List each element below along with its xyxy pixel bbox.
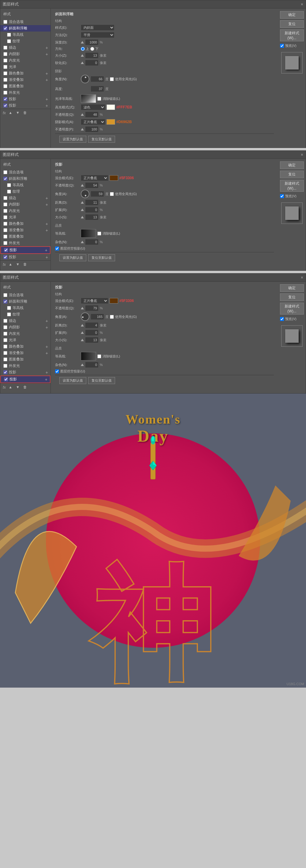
style-item-stroke-3[interactable]: 描边 + <box>0 318 50 324</box>
plus-icon-color-overlay-2[interactable]: + <box>45 221 48 226</box>
plus-icon-inner-shadow[interactable]: + <box>45 52 48 57</box>
plus-icon-color-overlay-3[interactable]: + <box>45 344 48 349</box>
angle-input-1[interactable] <box>91 76 104 82</box>
set-default-btn-1[interactable]: 设置为默认值 <box>59 136 86 143</box>
noise-increase-2[interactable] <box>81 241 84 243</box>
plus-icon-drop-shadow-2-3[interactable]: + <box>45 377 47 382</box>
style-checkbox-inner-glow-3[interactable] <box>3 332 7 336</box>
style-item-outer-glow-2[interactable]: 外发光 <box>0 240 50 246</box>
reset-btn-3[interactable]: 复位 <box>280 293 304 301</box>
plus-icon-drop-shadow-2-2[interactable]: + <box>45 255 48 260</box>
style-item-pattern-overlay-2[interactable]: 图案叠加 <box>0 234 50 240</box>
style-item-bevel[interactable]: 斜面和浮雕 <box>0 25 50 32</box>
fx-btn-up-1[interactable]: ▲ <box>8 110 13 115</box>
style-checkbox-inner-glow-2[interactable] <box>3 209 7 213</box>
contour-display-2[interactable] <box>81 229 96 238</box>
panel-close-2[interactable]: × <box>301 152 303 157</box>
style-checkbox-pattern-overlay-2[interactable] <box>3 235 7 239</box>
style-item-contour-2[interactable]: 等高线 <box>0 182 50 188</box>
style-item-bevel-2[interactable]: 斜面和浮雕 <box>0 176 50 182</box>
plus-icon-gradient-overlay-3[interactable]: + <box>45 351 48 355</box>
soften-input-1[interactable] <box>85 60 99 66</box>
style-checkbox-bevel-3[interactable] <box>3 300 7 304</box>
ok-btn-2[interactable]: 确定 <box>280 161 304 169</box>
style-checkbox-outer-glow-3[interactable] <box>3 364 7 368</box>
style-checkbox-texture-3[interactable] <box>7 312 11 316</box>
style-item-inner-glow-3[interactable]: 内发光 <box>0 331 50 337</box>
blend-color-swatch-2[interactable] <box>109 175 118 181</box>
style-item-drop-shadow-2[interactable]: 投影 + <box>0 102 50 109</box>
direction-down-label-1[interactable]: 下 <box>90 46 99 51</box>
style-checkbox-inner-shadow-2[interactable] <box>3 203 7 207</box>
style-item-color-overlay[interactable]: 颜色叠加 + <box>0 70 50 76</box>
style-item-inner-glow[interactable]: 内发光 <box>0 57 50 64</box>
fx-btn-up-3[interactable]: ▲ <box>8 385 13 390</box>
style-checkbox-gradient-overlay-3[interactable] <box>3 351 7 355</box>
style-checkbox-drop-shadow-1-3[interactable] <box>3 370 7 374</box>
global-light-label-2[interactable]: 使用全局光(G) <box>110 192 137 196</box>
global-light-checkbox-3[interactable] <box>110 315 114 319</box>
style-item-inner-shadow-3[interactable]: 内阴影 + <box>0 324 50 331</box>
style-item-satin[interactable]: 光泽 <box>0 64 50 70</box>
style-item-satin-2[interactable]: 光泽 <box>0 214 50 220</box>
remove-jagged-2[interactable] <box>97 231 101 236</box>
global-light-checkbox-2[interactable] <box>110 192 114 196</box>
preview-checkbox-1[interactable] <box>280 44 284 48</box>
style-item-texture-2[interactable]: 纹理 <box>0 188 50 195</box>
opacity-input-2[interactable] <box>85 182 99 188</box>
distance-increase-2[interactable] <box>81 201 84 204</box>
layer-shadow-label-2[interactable]: 图层挖空投影(U) <box>55 246 85 251</box>
shadow-color-swatch-1[interactable] <box>106 119 115 125</box>
plus-icon-gradient-overlay[interactable]: + <box>45 78 48 83</box>
preview-checkbox-2[interactable] <box>280 194 284 198</box>
fx-btn-delete-1[interactable]: 🗑 <box>22 110 28 115</box>
set-default-btn-3[interactable]: 设置为默认值 <box>59 377 86 384</box>
highlight-opacity-input-1[interactable] <box>85 112 99 118</box>
preview-checkbox-label-3[interactable]: 预览(V) <box>280 316 304 322</box>
style-item-contour-3[interactable]: 等高线 <box>0 305 50 311</box>
style-item-drop-shadow-2-2[interactable]: 投影 + <box>0 254 50 260</box>
style-checkbox-satin-2[interactable] <box>3 215 7 219</box>
distance-input-2[interactable] <box>85 199 99 206</box>
style-item-gradient-overlay-3[interactable]: 渐变叠加 + <box>0 350 50 356</box>
set-default-btn-2[interactable]: 设置为默认值 <box>59 254 86 261</box>
new-style-btn-3[interactable]: 新建样式(W)... <box>280 303 304 315</box>
style-item-contour[interactable]: 等高线 <box>0 32 50 38</box>
size-input-1[interactable] <box>85 52 99 59</box>
reset-btn-2[interactable]: 复位 <box>280 170 304 178</box>
reset-default-btn-1[interactable]: 复位至默认值 <box>88 136 115 143</box>
style-checkbox-texture-2[interactable] <box>7 190 11 193</box>
fx-btn-down-3[interactable]: ▼ <box>15 385 21 390</box>
style-item-outer-glow[interactable]: 外发光 <box>0 89 50 96</box>
global-light-label-1[interactable]: 使用全局光(G) <box>110 77 137 82</box>
ok-btn-1[interactable]: 确定 <box>280 11 304 19</box>
plus-icon-drop-shadow-2[interactable]: + <box>45 103 48 108</box>
contour-display-3[interactable] <box>81 352 96 361</box>
direction-up-radio-1[interactable] <box>81 47 85 51</box>
plus-icon-inner-shadow-3[interactable]: + <box>45 325 48 330</box>
contour-display-1[interactable] <box>81 94 96 103</box>
preview-checkbox-label-1[interactable]: 预览(V) <box>280 43 304 49</box>
remove-jagged-label-3[interactable]: 消除锯齿(L) <box>97 354 120 359</box>
spread-increase-2[interactable] <box>81 209 84 211</box>
style-checkbox-bevel-2[interactable] <box>3 177 7 181</box>
style-checkbox-color-overlay[interactable] <box>3 71 7 75</box>
style-item-blend-2[interactable]: 混合选项 <box>0 169 50 176</box>
style-item-drop-shadow-1-2[interactable]: 投影 + <box>0 246 50 254</box>
shadow-opacity-increase-1[interactable] <box>81 128 84 130</box>
style-item-gradient-overlay-2[interactable]: 渐变叠加 + <box>0 227 50 234</box>
depth-input-1[interactable] <box>85 39 99 45</box>
style-checkbox-color-overlay-2[interactable] <box>3 222 7 226</box>
fx-btn-up-2[interactable]: ▲ <box>8 262 13 267</box>
reset-default-btn-3[interactable]: 复位至默认值 <box>88 377 115 384</box>
size-increase-3[interactable] <box>81 339 84 341</box>
style-checkbox-stroke-3[interactable] <box>3 319 7 323</box>
style-item-blend[interactable]: 混合选项 <box>0 19 50 25</box>
style-checkbox-outer-glow-2[interactable] <box>3 241 7 245</box>
style-checkbox-satin-3[interactable] <box>3 338 7 342</box>
distance-input-3[interactable] <box>85 322 99 328</box>
new-style-btn-1[interactable]: 新建样式(W)... <box>280 29 304 41</box>
style-item-blend-3[interactable]: 混合选项 <box>0 292 50 298</box>
style-item-bevel-3[interactable]: 斜面和浮雕 <box>0 298 50 305</box>
style-item-color-overlay-2[interactable]: 颜色叠加 + <box>0 220 50 227</box>
